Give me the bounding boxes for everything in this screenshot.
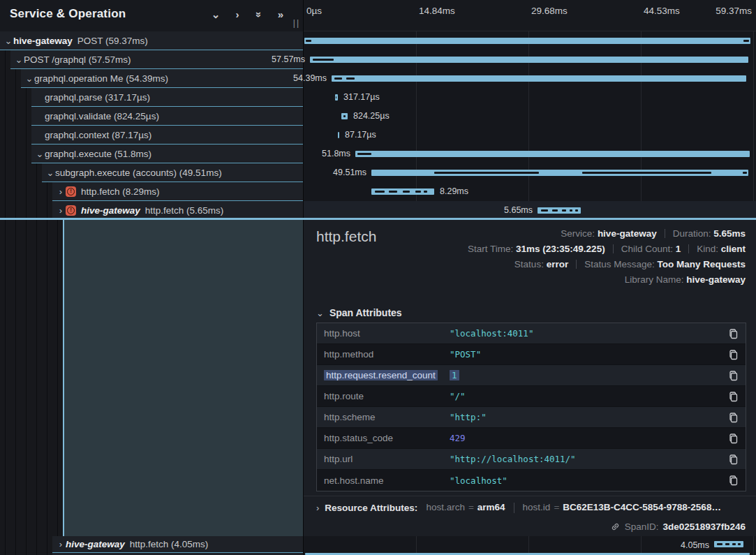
timeline-row[interactable]: 5.65ms (304, 201, 756, 220)
expand-one-icon[interactable]: › (232, 8, 243, 21)
timeline-row[interactable]: 87.17µs (304, 126, 756, 145)
chevron-right-icon[interactable]: › (56, 186, 66, 197)
attribute-row: http.url"http://localhost:4011/" (317, 449, 746, 470)
collapse-all-icon[interactable]: » (253, 8, 265, 21)
duration-label: 5.65ms (504, 205, 533, 215)
timeline-row[interactable]: 51.8ms (304, 145, 756, 163)
copy-icon[interactable] (728, 370, 739, 381)
copy-icon[interactable] (728, 328, 739, 339)
child-span-marker (346, 77, 355, 80)
timeline-row[interactable]: 4.05ms (304, 536, 756, 553)
span-bar[interactable] (371, 170, 748, 176)
span-meta-line: Library Name: hive-gateway (468, 272, 746, 288)
copy-icon[interactable] (728, 454, 739, 465)
chevron-down-icon[interactable]: ⌄ (45, 168, 55, 178)
duration-label: 49.51ms (333, 168, 366, 177)
chevron-right-icon[interactable]: › (56, 205, 66, 216)
copy-icon[interactable] (728, 433, 739, 444)
collapse-one-icon[interactable]: ⌄ (210, 8, 221, 21)
trace-viewer: Service & Operation ⌄›»» || ⌄hive-gatewa… (0, 0, 756, 555)
attribute-value: 1 (450, 370, 728, 380)
span-id-label: SpanID: (625, 521, 659, 532)
service-name: hive-gateway (66, 539, 125, 549)
child-span-marker (717, 543, 722, 545)
tree-row[interactable]: ›!http.fetch (8.29ms) (52, 182, 303, 201)
link-icon[interactable] (610, 521, 621, 532)
span-bar[interactable] (304, 38, 750, 44)
chevron-right-icon[interactable]: › (56, 539, 66, 549)
timeline-row[interactable]: 824.25µs (304, 107, 756, 126)
child-span-marker (552, 209, 558, 212)
child-span-marker (743, 40, 749, 42)
meta-separator (613, 244, 614, 253)
attribute-value: "/" (450, 391, 728, 401)
chevron-down-icon[interactable]: ⌄ (35, 149, 45, 159)
attribute-row: net.host.name"localhost" (317, 470, 746, 491)
resource-attributes-items: host.arch=arm64host.id=BC62E13B-C4CC-585… (426, 502, 721, 513)
copy-icon[interactable] (728, 412, 739, 423)
ruler-tick: 44.53ms (644, 6, 680, 16)
span-bar[interactable] (714, 541, 743, 547)
attribute-value: "http://localhost:4011/" (450, 454, 728, 464)
resource-attributes-header[interactable]: ›Resource Attributes: (316, 503, 417, 513)
copy-icon[interactable] (728, 349, 739, 360)
tree-row[interactable]: ⌄POST /graphql (57.57ms) (10, 50, 303, 69)
timeline-row[interactable] (304, 31, 756, 50)
detail-panel-top-border (0, 218, 756, 220)
span-bar[interactable] (355, 151, 750, 157)
timeline-row[interactable]: 54.39ms (304, 69, 756, 88)
chevron-down-icon[interactable]: ⌄ (24, 73, 34, 84)
timeline-row[interactable]: 8.29ms (304, 182, 756, 201)
chevron-down-icon[interactable]: ⌄ (3, 36, 13, 46)
expand-all-icon[interactable]: » (275, 8, 286, 21)
operation-label: POST (59.37ms) (77, 36, 148, 46)
span-meta-line: Status: errorStatus Message: Too Many Re… (468, 257, 746, 272)
tree-row[interactable]: ⌄hive-gatewayPOST (59.37ms) (0, 31, 303, 50)
span-bar[interactable] (335, 94, 338, 101)
span-tree: ⌄hive-gatewayPOST (59.37ms)⌄POST /graphq… (0, 31, 303, 220)
tree-row[interactable]: ⌄subgraph.execute (accounts) (49.51ms) (42, 163, 303, 182)
meta-separator (688, 244, 689, 253)
resource-equals: = (554, 502, 559, 512)
span-tree-footer: ›hive-gatewayhttp.fetch (4.05ms) (0, 536, 303, 555)
attribute-value: "POST" (450, 349, 728, 360)
span-bar[interactable] (332, 75, 746, 82)
chevron-down-icon[interactable]: ⌄ (14, 54, 24, 65)
tree-row[interactable]: ›hive-gatewayhttp.fetch (4.05ms) (52, 536, 303, 553)
span-bar[interactable] (310, 57, 748, 63)
duration-label: 87.17µs (345, 130, 376, 140)
copy-icon[interactable] (728, 475, 739, 486)
tree-row[interactable]: ›!hive-gatewayhttp.fetch (5.65ms) (52, 201, 303, 220)
timeline-row[interactable]: 317.17µs (304, 88, 756, 107)
attribute-value: "localhost:4011" (450, 328, 728, 339)
tree-row[interactable]: graphql.parse (317.17µs) (31, 88, 303, 107)
meta-value: 5.65ms (713, 228, 746, 239)
span-attributes-header[interactable]: ⌄Span Attributes (316, 307, 402, 318)
operation-label: graphql.parse (317.17µs) (45, 92, 150, 103)
timeline-row[interactable]: 49.51ms (304, 163, 756, 182)
tree-row[interactable]: ⌄graphql.execute (51.8ms) (31, 145, 303, 163)
duration-label: 4.05ms (681, 540, 709, 550)
timeline-ruler[interactable]: 0µs14.84ms29.68ms44.53ms59.37ms (304, 0, 756, 31)
child-span-marker (738, 543, 741, 545)
span-bar[interactable] (538, 207, 581, 214)
child-span-marker (389, 191, 397, 193)
child-span-marker (541, 209, 548, 212)
span-bar[interactable] (338, 132, 339, 138)
ruler-tick: 14.84ms (419, 6, 455, 16)
timeline-row[interactable]: 57.57ms (304, 50, 756, 69)
panel-resize-handle[interactable]: || (293, 18, 300, 28)
span-title: http.fetch (316, 228, 376, 245)
tree-row[interactable]: ⌄graphql.operation Me (54.39ms) (21, 69, 303, 88)
resource-separator (514, 503, 514, 513)
copy-icon[interactable] (728, 391, 739, 402)
tree-row[interactable]: graphql.validate (824.25µs) (31, 107, 303, 126)
span-meta: Service: hive-gatewayDuration: 5.65msSta… (468, 226, 746, 288)
attribute-row: http.status_code429 (317, 428, 746, 449)
child-span-marker (434, 172, 539, 174)
span-bar[interactable] (341, 113, 348, 119)
attribute-value: 429 (450, 433, 728, 443)
meta-label: Kind: (697, 244, 721, 254)
tree-row[interactable]: graphql.context (87.17µs) (31, 126, 303, 145)
span-bar[interactable] (371, 188, 434, 195)
